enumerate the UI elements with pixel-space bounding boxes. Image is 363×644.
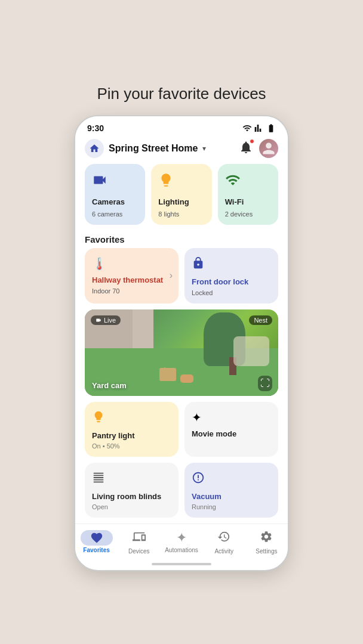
status-bar: 9:30 — [75, 116, 288, 135]
avatar[interactable] — [259, 139, 278, 158]
vacuum-name: Vacuum — [192, 492, 271, 501]
blinds-name: Living room blinds — [92, 492, 171, 501]
pantry-light-sub: On • 50% — [92, 442, 171, 450]
cameras-label: Cameras — [92, 197, 138, 207]
page-title: Pin your favorite devices — [97, 85, 266, 103]
live-text: Live — [104, 317, 116, 324]
smart-cards-row: Pantry light On • 50% ✦ Movie mode — [75, 402, 288, 463]
pantry-light-icon — [92, 410, 171, 426]
vacuum-icon — [192, 471, 271, 487]
blinds-card[interactable]: Living room blinds Open — [85, 463, 179, 518]
home-icon — [89, 143, 100, 154]
notification-bell[interactable] — [239, 140, 253, 157]
home-name[interactable]: Spring Street Home — [109, 143, 198, 154]
camera-expand-icon[interactable]: ⛶ — [258, 376, 272, 391]
chevron-down-icon[interactable]: ▾ — [202, 144, 206, 153]
blinds-sub: Open — [92, 503, 171, 510]
pantry-light-name: Pantry light — [92, 431, 171, 440]
thermostat-name: Hallway thermostat — [92, 275, 171, 285]
battery-icon — [266, 123, 276, 133]
favorites-section-label: Favorites — [75, 230, 288, 248]
wifi-label: Wi-Fi — [225, 197, 271, 207]
favorites-icon-bg — [81, 530, 113, 546]
devices-icon — [133, 530, 146, 547]
wifi-icon — [242, 123, 252, 133]
activity-icon — [217, 530, 230, 547]
movie-mode-card[interactable]: ✦ Movie mode — [184, 402, 278, 457]
thermostat-card[interactable]: 🌡️ Hallway thermostat Indoor 70 › — [85, 248, 179, 304]
camera-icon — [92, 172, 138, 191]
nav-activity[interactable]: Activity — [203, 530, 245, 555]
nav-devices[interactable]: Devices — [118, 530, 160, 555]
nav-settings-label: Settings — [256, 548, 277, 555]
thermostat-sub: Indoor 70 — [92, 287, 171, 295]
nav-devices-label: Devices — [128, 548, 150, 555]
header-right — [239, 139, 278, 158]
door-lock-name: Front door lock — [192, 277, 271, 287]
lighting-label: Lighting — [158, 197, 204, 207]
vacuum-card[interactable]: Vacuum Running — [184, 463, 278, 518]
favorites-row: 🌡️ Hallway thermostat Indoor 70 › Front … — [75, 248, 288, 309]
header-left[interactable]: Spring Street Home ▾ — [85, 139, 206, 158]
camera-name: Yard cam — [92, 381, 127, 390]
blinds-icon — [92, 471, 171, 487]
sparkle-icon: ✦ — [192, 410, 271, 425]
door-lock-sub: Locked — [192, 289, 271, 296]
cameras-card[interactable]: Cameras 6 cameras — [85, 164, 145, 225]
lock-icon — [192, 256, 271, 273]
camera-nest-badge: Nest — [249, 315, 272, 325]
pantry-light-card[interactable]: Pantry light On • 50% — [85, 402, 179, 457]
home-icon-bg — [85, 139, 104, 158]
notification-dot — [250, 139, 254, 144]
automations-icon: ✦ — [176, 530, 187, 546]
lighting-icon — [158, 172, 204, 191]
status-time: 9:30 — [87, 123, 104, 133]
nav-favorites-label: Favorites — [83, 547, 109, 553]
phone-shell: 9:30 Spring Street Home ▾ — [74, 115, 289, 571]
status-icons — [242, 123, 276, 133]
thermostat-arrow-icon: › — [170, 270, 173, 281]
movie-mode-name: Movie mode — [192, 429, 271, 438]
nav-automations[interactable]: ✦ Automations — [160, 530, 202, 553]
nav-favorites[interactable]: Favorites — [75, 530, 118, 553]
app-header: Spring Street Home ▾ — [75, 135, 288, 164]
bottom-nav: Favorites Devices ✦ Automations Activity… — [75, 524, 288, 559]
wifi-sub: 2 devices — [225, 210, 271, 218]
lighting-card[interactable]: Lighting 8 lights — [151, 164, 211, 225]
nav-activity-label: Activity — [214, 548, 233, 555]
door-lock-card[interactable]: Front door lock Locked — [184, 248, 278, 304]
lighting-sub: 8 lights — [158, 210, 204, 218]
device-cards-row: Cameras 6 cameras Lighting 8 lights Wi-F… — [75, 164, 288, 230]
bottom-cards-row: Living room blinds Open Vacuum Running — [75, 463, 288, 524]
signal-icon — [254, 123, 264, 133]
cameras-sub: 6 cameras — [92, 210, 138, 218]
home-indicator — [152, 563, 211, 565]
wifi-card-icon — [225, 172, 271, 191]
vacuum-sub: Running — [192, 503, 271, 510]
nav-automations-label: Automations — [165, 547, 198, 553]
wifi-card[interactable]: Wi-Fi 2 devices — [218, 164, 278, 225]
settings-icon — [260, 530, 273, 547]
thermostat-icon: 🌡️ — [92, 256, 171, 271]
camera-live-badge: Live — [91, 315, 121, 325]
camera-feed-card[interactable]: Live Nest Yard cam ⛶ — [85, 309, 278, 396]
nav-settings[interactable]: Settings — [245, 530, 288, 555]
